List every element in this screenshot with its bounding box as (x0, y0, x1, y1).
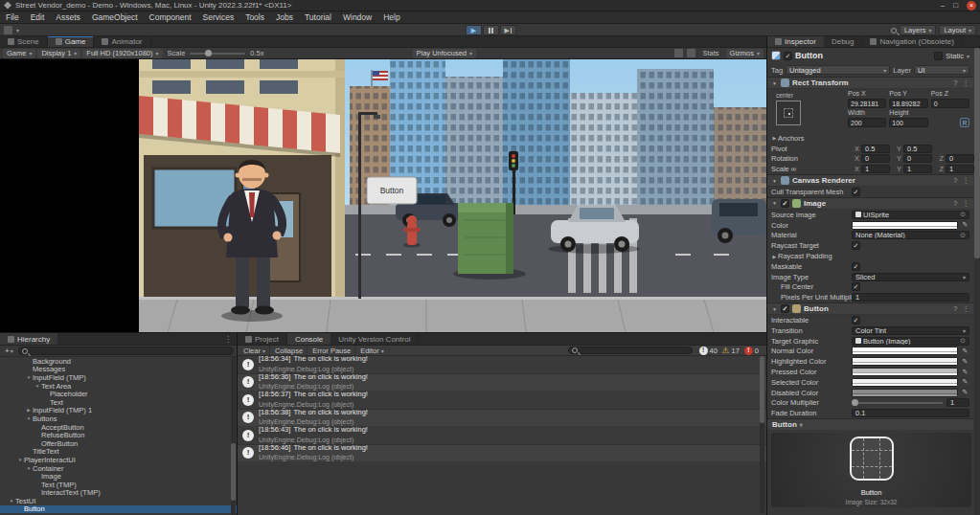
hierarchy-item[interactable]: InteractText (TMP) (0, 489, 237, 498)
foldout-closed-icon[interactable]: ▶ (25, 408, 33, 413)
pos-y-field[interactable]: 18.89282 (889, 99, 927, 108)
minimize-button[interactable]: – (941, 1, 945, 10)
hierarchy-item[interactable]: ▼InputField (TMP) (0, 373, 237, 382)
help-icon[interactable]: ? (953, 304, 957, 313)
hierarchy-item[interactable]: ▼Text Area (0, 382, 237, 391)
hierarchy-scrollbar-thumb[interactable] (231, 443, 236, 501)
raycast-target-checkbox[interactable]: ✓ (852, 241, 860, 250)
cull-transparent-mesh-checkbox[interactable]: ✓ (852, 188, 860, 196)
foldout-open-icon[interactable]: ▼ (34, 384, 41, 389)
log-entry[interactable]: ![18:56:34]The on click is working!Unity… (238, 356, 766, 374)
step-button[interactable]: ▶ (500, 25, 516, 35)
rotation-x-field[interactable]: 0 (861, 154, 890, 163)
tab-animator[interactable]: Animator (94, 36, 150, 47)
console-scrollbar[interactable] (760, 356, 764, 513)
create-object-button[interactable]: +▾ (3, 347, 15, 355)
hierarchy-item[interactable]: TitleText (0, 448, 237, 457)
gizmos-dropdown[interactable]: Gizmos▾ (726, 49, 763, 58)
tab-console[interactable]: Console (287, 333, 330, 345)
maximize-button[interactable]: □ (953, 1, 958, 10)
menu-services[interactable]: Services (197, 11, 240, 23)
rect-transform-header[interactable]: ▼ Rect Transform ?⋮ (767, 77, 973, 89)
collapse-toggle[interactable]: Collapse (271, 346, 308, 355)
color-multiplier-thumb[interactable] (852, 399, 858, 406)
editor-dropdown[interactable]: Editor▾ (356, 346, 388, 355)
menu-file[interactable]: File (0, 11, 25, 23)
hierarchy-item[interactable]: ▼TestUI (0, 497, 237, 505)
log-entry[interactable]: ![18:56:37]The on click is working!Unity… (238, 392, 766, 410)
eyedropper-icon[interactable]: ✎ (961, 347, 969, 355)
interactable-checkbox[interactable]: ✓ (852, 316, 860, 325)
canvas-renderer-header[interactable]: ▼ Canvas Renderer ?⋮ (767, 174, 973, 187)
tab-debug[interactable]: Debug (824, 36, 863, 47)
width-field[interactable]: 200 (848, 118, 886, 127)
hierarchy-item[interactable]: Placeholder (0, 390, 237, 398)
layers-dropdown[interactable]: Layers▾ (900, 25, 937, 35)
image-component-header[interactable]: ▼ ✓ Image ?⋮ (767, 197, 973, 210)
active-checkbox[interactable]: ✓ (784, 52, 792, 60)
ingame-ui-button[interactable]: Button (367, 177, 417, 204)
pos-z-field[interactable]: 0 (931, 99, 969, 108)
pause-button[interactable] (483, 25, 499, 35)
hierarchy-item[interactable]: ▼Buttons (0, 414, 237, 423)
log-entry[interactable]: ![18:56:46]The on click is working!Unity… (238, 445, 766, 463)
pivot-x-field[interactable]: 0.5 (861, 145, 890, 153)
component-menu-icon[interactable]: ⋮ (963, 176, 970, 185)
hierarchy-item[interactable]: Text (TMP) (0, 481, 237, 489)
error-count-toggle[interactable]: !0 (744, 347, 759, 355)
tab-game[interactable]: Game (48, 36, 95, 47)
resolution-dropdown[interactable]: Full HD (1920x1080)▾ (82, 49, 162, 58)
inspector-scrollbar-thumb[interactable] (974, 48, 980, 258)
maskable-checkbox[interactable]: ✓ (852, 262, 860, 271)
clear-button[interactable]: Clear▾ (239, 346, 270, 355)
object-name[interactable]: Button (795, 51, 823, 60)
button-enabled-checkbox[interactable]: ✓ (781, 304, 789, 313)
tab-unity-version-control[interactable]: Unity Version Control (330, 333, 419, 345)
log-entry[interactable]: ![18:56:43]The on click is working!Unity… (238, 427, 766, 445)
component-menu-icon[interactable]: ⋮ (963, 199, 970, 208)
object-picker-icon[interactable]: ⊙ (960, 211, 966, 218)
menu-component[interactable]: Component (144, 11, 197, 23)
hierarchy-item[interactable]: Messages (0, 366, 237, 374)
hierarchy-item[interactable]: Text (0, 398, 237, 407)
hierarchy-item[interactable]: Image (0, 472, 237, 481)
object-picker-icon[interactable]: ⊙ (960, 337, 966, 345)
hierarchy-item[interactable]: ▼Container (0, 464, 237, 473)
menu-jobs[interactable]: Jobs (270, 11, 299, 23)
eyedropper-icon[interactable]: ✎ (961, 357, 969, 366)
menu-tools[interactable]: Tools (239, 11, 270, 23)
scale-z-field[interactable]: 1 (946, 165, 974, 173)
object-picker-icon[interactable]: ⊙ (960, 232, 966, 239)
foldout-open-icon[interactable]: ▼ (25, 375, 33, 380)
menu-tutorial[interactable]: Tutorial (299, 11, 337, 23)
info-count-toggle[interactable]: !40 (699, 347, 718, 355)
layout-dropdown[interactable]: Layout▾ (939, 25, 976, 35)
foldout-open-icon[interactable]: ▼ (16, 458, 24, 462)
search-icon[interactable] (891, 28, 897, 34)
close-button[interactable]: × (967, 1, 976, 11)
hierarchy-scrollbar[interactable] (231, 357, 236, 515)
log-entry[interactable]: ![18:56:36]The on click is working!Unity… (238, 374, 766, 392)
log-entry[interactable]: ![18:56:38]The on click is working!Unity… (238, 410, 766, 428)
eyedropper-icon[interactable]: ✎ (961, 221, 969, 230)
play-mode-dropdown[interactable]: Play Unfocused▾ (413, 49, 477, 58)
rotation-z-field[interactable]: 0 (946, 154, 974, 163)
hierarchy-item-selected[interactable]: Button (0, 505, 237, 514)
tab-project[interactable]: Project (238, 333, 287, 345)
foldout-open-icon[interactable]: ▼ (771, 178, 778, 184)
hierarchy-item[interactable]: OfferButton (0, 439, 237, 448)
color-multiplier-slider[interactable] (852, 402, 943, 404)
raycast-padding-foldout[interactable]: ▶ Raycast Padding (767, 251, 973, 261)
hierarchy-menu-icon[interactable]: ⋮ (224, 335, 232, 344)
pixels-per-unit-field[interactable]: 1 (852, 293, 969, 302)
account-icon[interactable] (4, 26, 12, 34)
scale-x-field[interactable]: 1 (861, 165, 890, 173)
tab-scene[interactable]: Scene (0, 36, 48, 47)
hierarchy-item[interactable]: ▼PlayerInteractUI (0, 456, 237, 464)
tab-hierarchy[interactable]: Hierarchy (0, 333, 57, 345)
menu-gameobject[interactable]: GameObject (86, 11, 144, 23)
help-icon[interactable]: ? (953, 199, 957, 208)
link-scale-icon[interactable]: ∞ (791, 165, 796, 173)
button-component-header[interactable]: ▼ ✓ Button ?⋮ (767, 302, 973, 315)
help-icon[interactable]: ? (953, 78, 957, 87)
